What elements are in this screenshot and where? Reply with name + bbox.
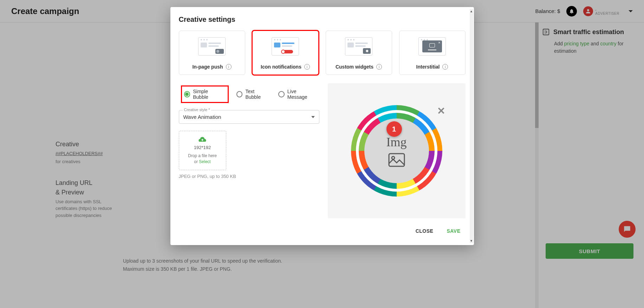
type-card-inpage-push[interactable]: In-page pushi [179,31,245,75]
notification-badge: 1 [386,121,402,137]
upload-dropzone[interactable]: 192*192 Drop a file here or Select [179,131,226,170]
creative-style-select[interactable]: Creative style * Wave Animation [179,110,319,124]
chevron-down-icon [311,116,315,118]
type-label: Icon notifications [261,64,301,70]
svg-rect-1 [389,154,404,166]
upload-note: JPEG or PNG, up to 350 KB [179,174,319,179]
radio-live-message[interactable]: Live Message [278,89,317,100]
upload-select-link[interactable]: Select [199,159,210,164]
upload-or: or [194,159,199,164]
type-card-custom-widgets[interactable]: Custom widgetsi [326,31,392,75]
type-label: Custom widgets [336,64,373,70]
radio-label: Simple Bubble [193,89,224,100]
preview-img-label: Img [386,135,407,149]
radio-icon [236,91,243,97]
info-icon[interactable]: i [376,64,382,70]
bubble-preview: Img 1 [351,105,442,197]
save-button[interactable]: SAVE [445,225,462,237]
type-label: In-page push [192,64,223,70]
preview-panel: ✕ Img 1 [328,83,466,218]
info-icon[interactable]: i [442,64,448,70]
icon-notifications-icon [272,37,299,56]
radio-icon [278,91,285,97]
type-card-interstitial[interactable]: Interstitiali [399,31,466,75]
interstitial-icon [418,37,446,56]
close-button[interactable]: CLOSE [414,225,435,237]
select-label: Creative style * [183,108,212,112]
modal-title: Creative settings [179,15,466,24]
radio-simple-bubble[interactable]: Simple Bubble [184,89,224,100]
info-icon[interactable]: i [304,64,310,70]
creative-settings-modal: ▲ ▼ Creative settings In-page pushi Icon… [170,7,474,245]
modal-scrollbar[interactable]: ▲ ▼ [470,9,473,243]
select-value: Wave Animation [183,114,221,120]
preview-close-icon[interactable]: ✕ [437,105,445,117]
radio-label: Live Message [287,89,317,100]
upload-dimensions: 192*192 [182,145,223,150]
image-placeholder-icon [388,153,405,167]
radio-text-bubble[interactable]: Text Bubble [236,89,271,100]
radio-label: Text Bubble [245,89,271,100]
upload-hint: Drop a file here [188,153,217,158]
type-label: Interstitial [416,64,440,70]
custom-widgets-icon [345,37,372,56]
inpage-push-icon [198,37,226,56]
type-card-icon-notifications[interactable]: Icon notificationsi [252,31,319,75]
radio-icon [184,91,190,97]
info-icon[interactable]: i [226,64,232,70]
cloud-upload-icon [182,136,223,143]
